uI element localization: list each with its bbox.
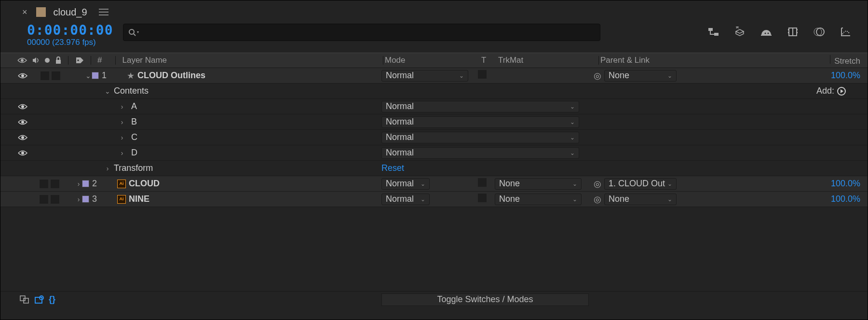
render-time-icon[interactable] xyxy=(34,295,44,304)
pickwhip-icon[interactable]: ◎ xyxy=(594,70,601,81)
column-header: # Layer Name Mode T TrkMat Parent & Link… xyxy=(0,53,868,68)
layer-row[interactable]: › 2 Ai CLOUD Normal⌄ None⌄ ◎1. CLOUD Out… xyxy=(0,176,868,192)
layer-index: 2 xyxy=(89,179,100,189)
mode-header[interactable]: Mode xyxy=(385,56,406,65)
visibility-toggle[interactable] xyxy=(17,71,28,80)
trkmat-header[interactable]: TrkMat xyxy=(498,56,523,65)
twirl-icon[interactable]: ⌄ xyxy=(104,87,111,95)
visibility-toggle[interactable] xyxy=(17,149,28,157)
solo-toggle[interactable] xyxy=(41,71,49,80)
index-header[interactable]: # xyxy=(97,56,102,65)
chevron-right-icon[interactable]: › xyxy=(119,103,125,111)
lock-toggle[interactable] xyxy=(51,180,59,188)
parent-dropdown[interactable]: None⌄ xyxy=(604,70,677,82)
layer-name[interactable]: CLOUD Outlines xyxy=(137,70,381,81)
svg-rect-26 xyxy=(35,297,42,303)
comp-mini-flowchart-icon[interactable] xyxy=(706,26,720,38)
stretch-value[interactable]: 100.0% xyxy=(819,179,863,189)
label-color[interactable] xyxy=(92,72,99,79)
twirl-icon[interactable]: ⌄ xyxy=(85,72,92,80)
layer-row[interactable]: › 3 Ai NINE Normal⌄ None⌄ ◎None⌄ 100.0% xyxy=(0,192,868,207)
layer-name[interactable]: CLOUD xyxy=(129,179,381,189)
chevron-right-icon[interactable]: › xyxy=(75,180,82,188)
motion-blur-icon[interactable] xyxy=(812,26,827,38)
shape-group-row[interactable]: ›B Normal⌄ xyxy=(0,114,868,130)
preserve-transparency-toggle[interactable] xyxy=(478,194,487,202)
comp-tab-name[interactable]: cloud_9 xyxy=(54,7,87,18)
visibility-toggle[interactable] xyxy=(17,118,28,126)
svg-point-21 xyxy=(21,121,24,124)
svg-point-4 xyxy=(765,33,766,34)
search-input[interactable] xyxy=(123,24,600,41)
contents-label: Contents xyxy=(114,86,381,96)
lock-toggle[interactable] xyxy=(52,71,60,80)
graph-editor-icon[interactable] xyxy=(839,26,853,38)
add-button[interactable] xyxy=(837,87,846,96)
solo-toggle[interactable] xyxy=(40,180,48,188)
layer-name-header[interactable]: Layer Name xyxy=(122,56,167,65)
eye-header-icon[interactable] xyxy=(17,57,27,64)
chevron-right-icon[interactable]: › xyxy=(75,195,82,203)
mode-dropdown[interactable]: Normal⌄ xyxy=(381,116,579,128)
trkmat-dropdown[interactable]: None⌄ xyxy=(495,178,582,190)
preserve-transparency-toggle[interactable] xyxy=(478,178,487,187)
svg-rect-11 xyxy=(797,32,798,33)
parent-dropdown[interactable]: 1. CLOUD Out⌄ xyxy=(604,178,677,190)
frame-blending-icon[interactable] xyxy=(786,26,800,38)
expression-icon[interactable]: {} xyxy=(49,294,55,305)
shape-group-row[interactable]: ›A Normal⌄ xyxy=(0,99,868,114)
label-color[interactable] xyxy=(82,195,89,203)
reset-link[interactable]: Reset xyxy=(381,163,863,173)
parent-header[interactable]: Parent & Link xyxy=(600,56,650,65)
layer-name[interactable]: NINE xyxy=(129,194,381,204)
preserve-transparency-toggle[interactable] xyxy=(478,70,487,79)
stretch-value[interactable]: 100.0% xyxy=(819,194,863,204)
mode-dropdown[interactable]: Normal⌄ xyxy=(381,194,430,205)
trkmat-dropdown[interactable]: None⌄ xyxy=(495,194,582,205)
stretch-header[interactable]: Stretch xyxy=(834,56,860,66)
chevron-right-icon[interactable]: › xyxy=(104,165,111,172)
draft-3d-icon[interactable] xyxy=(732,26,747,38)
label-color[interactable] xyxy=(82,180,89,187)
mode-dropdown[interactable]: Normal⌄ xyxy=(381,101,579,112)
lock-header-icon[interactable] xyxy=(55,56,62,64)
svg-point-0 xyxy=(129,29,134,34)
mode-dropdown[interactable]: Normal⌄ xyxy=(381,178,430,190)
chevron-right-icon[interactable]: › xyxy=(119,134,125,141)
panel-menu-icon[interactable] xyxy=(99,9,108,15)
ai-file-icon: Ai xyxy=(117,180,126,188)
shape-group-name[interactable]: B xyxy=(131,117,381,127)
solo-toggle[interactable] xyxy=(40,195,48,204)
shape-group-name[interactable]: C xyxy=(131,132,381,142)
shape-group-name[interactable]: D xyxy=(131,148,381,158)
mode-dropdown[interactable]: Normal⌄ xyxy=(381,147,579,159)
shape-group-name[interactable]: A xyxy=(131,101,381,111)
chevron-right-icon[interactable]: › xyxy=(119,149,125,157)
toggle-switches-modes-button[interactable]: Toggle Switches / Modes xyxy=(381,293,589,306)
timecode[interactable]: 0:00:00:00 00000 (23.976 fps) xyxy=(27,24,113,46)
top-row: 0:00:00:00 00000 (23.976 fps) xyxy=(0,24,868,53)
chevron-right-icon[interactable]: › xyxy=(119,118,125,126)
label-header-icon[interactable] xyxy=(75,56,84,65)
search-field[interactable] xyxy=(140,28,595,37)
mode-dropdown[interactable]: Normal⌄ xyxy=(381,132,579,143)
shape-group-row[interactable]: ›D Normal⌄ xyxy=(0,145,868,161)
visibility-toggle[interactable] xyxy=(17,133,28,142)
parent-dropdown[interactable]: None⌄ xyxy=(604,194,677,205)
lock-toggle[interactable] xyxy=(51,195,59,204)
shape-group-row[interactable]: ›C Normal⌄ xyxy=(0,130,868,145)
solo-header-icon[interactable] xyxy=(44,57,50,63)
shy-icon[interactable] xyxy=(759,26,773,38)
pickwhip-icon[interactable]: ◎ xyxy=(594,194,601,205)
close-icon[interactable]: × xyxy=(22,7,27,17)
t-header[interactable]: T xyxy=(481,56,486,65)
stretch-value[interactable]: 100.0% xyxy=(819,70,863,81)
layer-row[interactable]: ⌄ 1 ★ CLOUD Outlines Normal⌄ ◎ None⌄ 100… xyxy=(0,68,868,83)
audio-header-icon[interactable] xyxy=(32,56,40,64)
toggle-switches-icon[interactable] xyxy=(20,295,29,304)
contents-row[interactable]: ⌄ Contents Add: xyxy=(0,83,868,99)
transform-row[interactable]: ›Transform Reset xyxy=(0,161,868,176)
mode-dropdown[interactable]: Normal⌄ xyxy=(381,70,468,82)
pickwhip-icon[interactable]: ◎ xyxy=(594,179,601,189)
visibility-toggle[interactable] xyxy=(17,102,28,111)
